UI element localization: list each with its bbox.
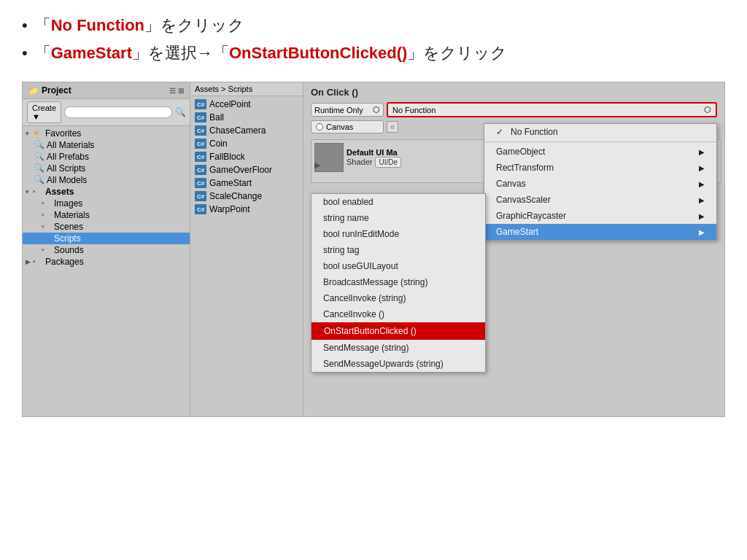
- runtime-only-select[interactable]: Runtime Only ⬡: [311, 103, 384, 117]
- gamestart-submenu: bool enabled string name bool runInEditM…: [311, 193, 486, 373]
- instruction-line-2: 「GameStart」を選択→「OnStartButtonClicked()」を…: [22, 42, 725, 64]
- unity-editor-screenshot: Visualize 📁 Project ☰ ⊞ Create ▼ 🔍 ★ ▾: [22, 82, 725, 417]
- no-function-dropdown[interactable]: No Function ⬡: [387, 102, 717, 117]
- project-panel-header: 📁 Project ☰ ⊞: [23, 82, 190, 99]
- canvas-ref-icon[interactable]: ○: [387, 121, 398, 133]
- canvas-circle-icon: [316, 123, 323, 131]
- all-scripts-item[interactable]: 🔍 All Scripts: [23, 163, 190, 174]
- shader-row: Shader UI/De: [347, 157, 401, 168]
- instructions-section: 「No Function」をクリック 「GameStart」を選択→「OnSta…: [0, 0, 747, 82]
- instruction-line-1: 「No Function」をクリック: [22, 15, 725, 36]
- canvas-object-field[interactable]: Canvas: [311, 120, 384, 133]
- script-list: C# AccelPoint C# Ball C# ChaseCamera C# …: [190, 96, 303, 217]
- dropdown-gamestart-item[interactable]: GameStart: [484, 224, 716, 240]
- all-prefabs-item[interactable]: 🔍 All Prefabs: [23, 151, 190, 163]
- no-function-highlight: No Function: [51, 16, 144, 34]
- submenu-send-message[interactable]: SendMessage (string): [311, 340, 485, 356]
- materials-item[interactable]: ▪ Materials: [23, 209, 190, 221]
- script-gamestart[interactable]: C# GameStart: [190, 176, 303, 190]
- submenu-on-start-clicked[interactable]: OnStartButtonClicked (): [311, 322, 485, 340]
- dropdown-graphicraycaster-item[interactable]: GraphicRaycaster: [484, 208, 716, 224]
- shader-dropdown[interactable]: UI/De: [375, 157, 401, 168]
- images-item[interactable]: ▪ Images: [23, 198, 190, 209]
- dropdown-canvas-item[interactable]: Canvas: [484, 176, 716, 192]
- favorites-item[interactable]: ▾ ★ Favorites: [23, 128, 190, 139]
- create-button[interactable]: Create ▼: [27, 101, 61, 123]
- inspector-panel: On Click () Runtime Only ⬡ No Function ⬡: [303, 82, 724, 416]
- dropdown-no-function-item[interactable]: No Function: [484, 124, 716, 140]
- project-tree: ▾ ★ Favorites 🔍 All Materials 🔍 All Pref…: [23, 126, 190, 416]
- on-click-controls-row: Runtime Only ⬡ No Function ⬡: [303, 101, 724, 119]
- script-coin[interactable]: C# Coin: [190, 137, 303, 150]
- script-accelpoint[interactable]: C# AccelPoint: [190, 98, 303, 111]
- all-models-item[interactable]: 🔍 All Models: [23, 174, 190, 186]
- submenu-cancel-invoke[interactable]: CancelInvoke (): [311, 306, 485, 322]
- default-ui-label: Default UI Ma: [347, 148, 401, 157]
- dropdown-gameobject-item[interactable]: GameObject: [484, 144, 716, 160]
- play-arrow-icon: ▶: [314, 160, 320, 170]
- scenes-item[interactable]: ▪ Scenes: [23, 221, 190, 233]
- packages-item[interactable]: ▶ ▪ Packages: [23, 256, 190, 268]
- submenu-bool-use-gui[interactable]: bool useGUILayout: [311, 258, 485, 274]
- no-function-dropdown-menu: No Function GameObject RectTransform Can…: [484, 123, 717, 241]
- breadcrumb-bar: Assets > Scripts: [190, 82, 303, 96]
- script-ball[interactable]: C# Ball: [190, 111, 303, 124]
- script-fallblock[interactable]: C# FallBlock: [190, 150, 303, 163]
- project-toolbar[interactable]: Create ▼ 🔍 ★: [23, 99, 190, 126]
- project-title: Project: [42, 85, 71, 96]
- submenu-bool-enabled[interactable]: bool enabled: [311, 194, 485, 210]
- search-input[interactable]: [64, 106, 172, 118]
- on-click-header: On Click (): [303, 82, 724, 101]
- submenu-broadcast-message[interactable]: BroadcastMessage (string): [311, 274, 485, 290]
- script-gameoverfloor[interactable]: C# GameOverFloor: [190, 163, 303, 176]
- dropdown-canvasscaler-item[interactable]: CanvasScaler: [484, 192, 716, 208]
- dropdown-separator-1: [484, 141, 716, 142]
- scripts-item[interactable]: ▪ Scripts: [23, 233, 190, 244]
- assets-item[interactable]: ▾ ▪ Assets: [23, 186, 190, 198]
- dropdown-recttransform-item[interactable]: RectTransform: [484, 160, 716, 176]
- submenu-cancel-invoke-str[interactable]: CancelInvoke (string): [311, 290, 485, 306]
- breadcrumb-text: Assets > Scripts: [195, 85, 252, 93]
- submenu-string-tag[interactable]: string tag: [311, 242, 485, 258]
- project-panel: 📁 Project ☰ ⊞ Create ▼ 🔍 ★ ▾ ★ Favorites: [23, 82, 190, 416]
- script-scalechange[interactable]: C# ScaleChange: [190, 190, 303, 203]
- script-chasecamera[interactable]: C# ChaseCamera: [190, 124, 303, 137]
- submenu-bool-run-in-edit[interactable]: bool runInEditMode: [311, 226, 485, 242]
- sounds-item[interactable]: ▪ Sounds: [23, 244, 190, 256]
- gamestart-highlight: GameStart: [51, 44, 132, 62]
- scripts-panel: Assets > Scripts C# AccelPoint C# Ball C…: [190, 82, 303, 416]
- submenu-string-name[interactable]: string name: [311, 210, 485, 226]
- all-materials-item[interactable]: 🔍 All Materials: [23, 139, 190, 151]
- on-start-highlight: OnStartButtonClicked(): [229, 44, 407, 62]
- script-warppoint[interactable]: C# WarpPoint: [190, 203, 303, 216]
- submenu-send-message-upwards[interactable]: SendMessageUpwards (string): [311, 356, 485, 372]
